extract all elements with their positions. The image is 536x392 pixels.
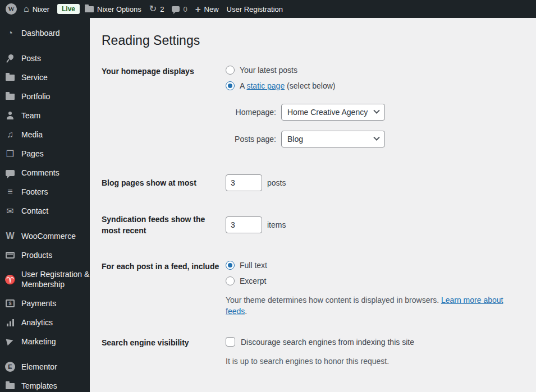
dashboard-icon: ◔ xyxy=(4,28,16,38)
dollar-icon: $ xyxy=(4,299,16,307)
feed-items-input[interactable] xyxy=(226,216,262,233)
homepage-select-value: Home Creative Agency xyxy=(287,108,368,117)
menu-separator xyxy=(0,43,90,49)
sidebar-item-contact[interactable]: ✉ Contact xyxy=(0,201,90,220)
full-text-label: Full text xyxy=(240,261,267,270)
megaphone-icon xyxy=(4,338,16,345)
homepage-displays-label: Your homepage displays xyxy=(102,66,226,77)
wordpress-logo-icon[interactable]: W xyxy=(6,3,17,15)
sidebar-item-team[interactable]: Team xyxy=(0,106,90,125)
blog-pages-label: Blog pages show at most xyxy=(102,174,226,188)
sidebar-item-footers[interactable]: ≡ Footers xyxy=(0,182,90,201)
full-text-option[interactable]: Full text xyxy=(226,261,525,270)
homepage-select[interactable]: Home Creative Agency xyxy=(281,104,385,121)
discourage-search-option[interactable]: Discourage search engines from indexing … xyxy=(226,337,525,347)
pages-icon: ❐ xyxy=(4,149,16,159)
latest-posts-radio[interactable] xyxy=(226,66,235,75)
media-icon: ♫ xyxy=(4,130,16,140)
open-folder-icon xyxy=(4,383,16,389)
admin-bar: W ⌂ Nixer Live Nixer Options ↻ 2 0 + New… xyxy=(0,0,536,18)
excerpt-option[interactable]: Excerpt xyxy=(226,276,525,285)
sidebar-item-woocommerce[interactable]: W WooCommerce xyxy=(0,227,90,246)
search-visibility-description: It is up to search engines to honor this… xyxy=(226,356,525,367)
pushpin-icon xyxy=(4,54,16,63)
home-icon: ⌂ xyxy=(24,4,29,13)
nixer-options-label: Nixer Options xyxy=(97,5,141,13)
bar-chart-icon xyxy=(4,319,16,326)
sidebar-item-user-registration[interactable]: ♈ User Registration & Membership xyxy=(0,265,90,294)
live-badge: Live xyxy=(57,4,80,14)
posts-page-select[interactable]: Blog xyxy=(281,131,385,147)
search-visibility-label: Search engine visibility xyxy=(102,337,226,348)
envelope-icon: ✉ xyxy=(4,206,16,216)
posts-page-select-label: Posts page: xyxy=(226,135,276,144)
feed-description: Your theme determines how content is dis… xyxy=(226,294,525,317)
posts-per-page-input[interactable] xyxy=(226,174,262,191)
folder-icon xyxy=(85,6,94,12)
full-text-radio[interactable] xyxy=(226,261,235,270)
plus-icon: + xyxy=(195,4,201,14)
folder-icon xyxy=(4,75,16,81)
latest-posts-label: Your latest posts xyxy=(240,66,297,75)
sidebar-item-service[interactable]: Service xyxy=(0,68,90,87)
static-page-radio[interactable] xyxy=(226,81,235,90)
site-name-menu[interactable]: ⌂ Nixer xyxy=(24,4,49,13)
new-content-menu[interactable]: + New xyxy=(195,4,219,14)
excerpt-label: Excerpt xyxy=(240,276,266,285)
chevron-down-icon xyxy=(373,135,379,141)
comment-count: 0 xyxy=(183,5,187,13)
comments-menu[interactable]: 0 xyxy=(172,5,187,13)
sidebar-item-templates[interactable]: Templates xyxy=(0,376,90,392)
sidebar-item-pages[interactable]: ❐ Pages xyxy=(0,144,90,163)
items-unit-label: items xyxy=(267,220,286,229)
latest-posts-option[interactable]: Your latest posts xyxy=(226,66,525,75)
sidebar-item-posts[interactable]: Posts xyxy=(0,49,90,68)
sidebar-item-payments[interactable]: $ Payments xyxy=(0,294,90,313)
site-name-label: Nixer xyxy=(33,5,49,13)
settings-content: Reading Settings Your homepage displays … xyxy=(90,18,536,392)
comment-bubble-icon xyxy=(172,6,180,12)
feed-include-label: For each post in a feed, include xyxy=(102,261,226,272)
nixer-options-menu[interactable]: Nixer Options xyxy=(85,5,141,13)
sidebar-item-marketing[interactable]: Marketing xyxy=(0,332,90,351)
chevron-down-icon xyxy=(373,108,379,114)
update-count: 2 xyxy=(160,5,164,13)
sidebar-item-products[interactable]: Products xyxy=(0,246,90,265)
user-registration-menu[interactable]: User Registration xyxy=(227,5,283,13)
static-page-link[interactable]: static page xyxy=(246,81,285,90)
sidebar-item-portfolio[interactable]: Portfolio xyxy=(0,87,90,106)
discourage-search-checkbox[interactable] xyxy=(226,337,235,347)
new-label: New xyxy=(204,5,219,13)
updates-menu[interactable]: ↻ 2 xyxy=(149,4,164,13)
update-icon: ↻ xyxy=(149,4,157,13)
lines-icon: ≡ xyxy=(4,187,16,197)
sidebar-item-comments[interactable]: Comments xyxy=(0,163,90,182)
user-registration-icon: ♈ xyxy=(4,274,16,285)
sidebar-item-media[interactable]: ♫ Media xyxy=(0,125,90,144)
sidebar-item-elementor[interactable]: E Elementor xyxy=(0,357,90,376)
elementor-icon: E xyxy=(4,362,16,372)
admin-sidebar: ◔ Dashboard Posts Service Portfolio Team… xyxy=(0,18,90,392)
people-icon xyxy=(4,112,16,119)
homepage-select-label: Homepage: xyxy=(226,108,276,117)
comment-icon xyxy=(4,170,16,176)
sidebar-item-dashboard[interactable]: ◔ Dashboard xyxy=(0,24,90,43)
excerpt-radio[interactable] xyxy=(226,276,235,285)
menu-separator xyxy=(0,220,90,227)
discourage-search-label: Discourage search engines from indexing … xyxy=(241,338,414,347)
static-page-option[interactable]: A static page (select below) xyxy=(226,81,525,90)
user-registration-label: User Registration xyxy=(227,5,283,13)
static-page-option-label: A static page (select below) xyxy=(240,81,335,90)
syndication-label: Syndication feeds show the most recent xyxy=(102,214,226,236)
posts-unit-label: posts xyxy=(267,178,286,187)
folder-icon xyxy=(4,94,16,100)
box-icon xyxy=(4,252,16,259)
woocommerce-icon: W xyxy=(4,231,16,241)
posts-page-select-value: Blog xyxy=(287,135,303,144)
page-title: Reading Settings xyxy=(102,33,525,49)
menu-separator xyxy=(0,351,90,357)
sidebar-item-analytics[interactable]: Analytics xyxy=(0,313,90,332)
